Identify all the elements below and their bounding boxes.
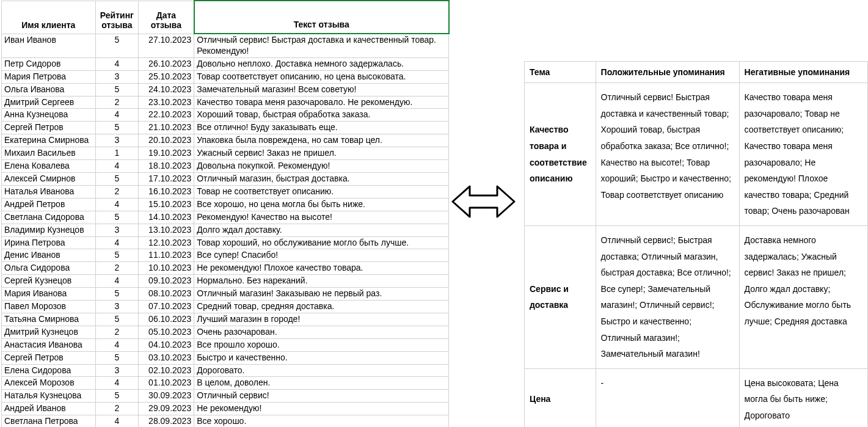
cell-date[interactable]: 12.10.2023 bbox=[139, 236, 194, 249]
table-row[interactable]: Дмитрий Сергеев223.10.2023Качество товар… bbox=[2, 96, 449, 109]
cell-name[interactable]: Ирина Петрова bbox=[2, 236, 96, 249]
cell-name[interactable]: Денис Иванов bbox=[2, 249, 96, 262]
cell-name[interactable]: Елена Ковалева bbox=[2, 160, 96, 173]
table-row[interactable]: Владимир Кузнецов313.10.2023Долго ждал д… bbox=[2, 224, 449, 236]
cell-rate[interactable]: 3 bbox=[95, 70, 139, 83]
cell-name[interactable]: Ольга Иванова bbox=[2, 83, 96, 96]
cell-theme[interactable]: Цена bbox=[524, 368, 596, 427]
cell-rate[interactable]: 5 bbox=[95, 34, 139, 57]
cell-name[interactable]: Дмитрий Кузнецов bbox=[2, 326, 96, 338]
cell-name[interactable]: Владимир Кузнецов bbox=[2, 224, 96, 236]
table-row[interactable]: Сервис и доставкаОтличный сервис!; Быстр… bbox=[524, 225, 867, 368]
cell-text[interactable]: Товар хороший, но обслуживание могло быт… bbox=[194, 236, 449, 249]
cell-text[interactable]: Средний товар, средняя доставка. bbox=[194, 301, 449, 313]
cell-name[interactable]: Мария Иванова bbox=[2, 288, 96, 301]
cell-name[interactable]: Алексей Смирнов bbox=[2, 172, 96, 185]
cell-rate[interactable]: 5 bbox=[95, 390, 139, 403]
cell-date[interactable]: 10.10.2023 bbox=[139, 262, 194, 275]
cell-name[interactable]: Наталья Иванова bbox=[2, 185, 96, 198]
table-row[interactable]: Мария Петрова325.10.2023Товар соответств… bbox=[2, 70, 449, 83]
header-name[interactable]: Имя клиента bbox=[2, 1, 96, 34]
cell-date[interactable]: 14.10.2023 bbox=[139, 211, 194, 224]
table-row[interactable]: Михаил Васильев119.10.2023Ужасный сервис… bbox=[2, 147, 449, 160]
cell-rate[interactable]: 5 bbox=[95, 211, 139, 224]
cell-name[interactable]: Наталья Кузнецова bbox=[2, 390, 96, 403]
cell-rate[interactable]: 5 bbox=[95, 172, 139, 185]
table-row[interactable]: Мария Иванова508.10.2023Отличный магазин… bbox=[2, 288, 449, 301]
cell-date[interactable]: 20.10.2023 bbox=[139, 134, 194, 147]
cell-rate[interactable]: 5 bbox=[95, 122, 139, 134]
cell-name[interactable]: Елена Сидорова bbox=[2, 364, 96, 377]
cell-theme[interactable]: Качество товара и соответствие описанию bbox=[524, 83, 596, 226]
cell-text[interactable]: Все прошло хорошо. bbox=[194, 338, 449, 351]
cell-date[interactable]: 09.10.2023 bbox=[139, 275, 194, 288]
header-pos[interactable]: Положительные упоминания bbox=[596, 62, 739, 83]
cell-date[interactable]: 02.10.2023 bbox=[139, 364, 194, 377]
table-row[interactable]: Ирина Петрова412.10.2023Товар хороший, н… bbox=[2, 236, 449, 249]
table-row[interactable]: Петр Сидоров426.10.2023Довольно неплохо.… bbox=[2, 57, 449, 70]
table-row[interactable]: Андрей Петров415.10.2023Все хорошо, но ц… bbox=[2, 198, 449, 211]
table-row[interactable]: Светлана Петрова428.09.2023Все хорошо. bbox=[2, 415, 449, 427]
cell-name[interactable]: Светлана Сидорова bbox=[2, 211, 96, 224]
cell-rate[interactable]: 5 bbox=[95, 351, 139, 364]
cell-name[interactable]: Андрей Иванов bbox=[2, 403, 96, 415]
cell-text[interactable]: Быстро и качественно. bbox=[194, 351, 449, 364]
cell-text[interactable]: Отличный сервис! Быстрая доставка и каче… bbox=[194, 34, 449, 57]
table-row[interactable]: Наталья Кузнецова530.09.2023Отличный сер… bbox=[2, 390, 449, 403]
cell-name[interactable]: Мария Петрова bbox=[2, 70, 96, 83]
cell-rate[interactable]: 5 bbox=[95, 83, 139, 96]
cell-date[interactable]: 24.10.2023 bbox=[139, 83, 194, 96]
cell-text[interactable]: Отличный магазин, быстрая доставка. bbox=[194, 172, 449, 185]
cell-text[interactable]: Рекомендую! Качество на высоте! bbox=[194, 211, 449, 224]
cell-text[interactable]: Все хорошо. bbox=[194, 415, 449, 427]
cell-text[interactable]: Все хорошо, но цена могла бы быть ниже. bbox=[194, 198, 449, 211]
cell-name[interactable]: Михаил Васильев bbox=[2, 147, 96, 160]
cell-text[interactable]: Долго ждал доставку. bbox=[194, 224, 449, 236]
cell-text[interactable]: Довольно неплохо. Доставка немного задер… bbox=[194, 57, 449, 70]
cell-text[interactable]: Дороговато. bbox=[194, 364, 449, 377]
cell-rate[interactable]: 4 bbox=[95, 57, 139, 70]
table-row[interactable]: Павел Морозов307.10.2023Средний товар, с… bbox=[2, 301, 449, 313]
cell-date[interactable]: 07.10.2023 bbox=[139, 301, 194, 313]
cell-date[interactable]: 05.10.2023 bbox=[139, 326, 194, 338]
cell-date[interactable]: 08.10.2023 bbox=[139, 288, 194, 301]
cell-pos[interactable]: Отличный сервис! Быстрая доставка и каче… bbox=[596, 83, 739, 226]
cell-date[interactable]: 23.10.2023 bbox=[139, 96, 194, 109]
cell-name[interactable]: Светлана Петрова bbox=[2, 415, 96, 427]
cell-name[interactable]: Анастасия Иванова bbox=[2, 338, 96, 351]
cell-name[interactable]: Петр Сидоров bbox=[2, 57, 96, 70]
table-row[interactable]: Сергей Петров521.10.2023Все отлично! Буд… bbox=[2, 122, 449, 134]
cell-name[interactable]: Анна Кузнецова bbox=[2, 109, 96, 122]
table-row[interactable]: Екатерина Смирнова320.10.2023Упаковка бы… bbox=[2, 134, 449, 147]
cell-text[interactable]: Хороший товар, быстрая обработка заказа. bbox=[194, 109, 449, 122]
table-row[interactable]: Светлана Сидорова514.10.2023Рекомендую! … bbox=[2, 211, 449, 224]
cell-rate[interactable]: 4 bbox=[95, 275, 139, 288]
cell-name[interactable]: Иван Иванов bbox=[2, 34, 96, 57]
table-row[interactable]: Анна Кузнецова422.10.2023Хороший товар, … bbox=[2, 109, 449, 122]
table-row[interactable]: Денис Иванов511.10.2023Все супер! Спасиб… bbox=[2, 249, 449, 262]
table-row[interactable]: Андрей Иванов229.09.2023Не рекомендую! bbox=[2, 403, 449, 415]
cell-date[interactable]: 13.10.2023 bbox=[139, 224, 194, 236]
cell-name[interactable]: Сергей Петров bbox=[2, 351, 96, 364]
cell-date[interactable]: 25.10.2023 bbox=[139, 70, 194, 83]
cell-rate[interactable]: 4 bbox=[95, 415, 139, 427]
cell-date[interactable]: 21.10.2023 bbox=[139, 122, 194, 134]
cell-date[interactable]: 27.10.2023 bbox=[139, 34, 194, 57]
cell-pos[interactable]: Отличный сервис!; Быстрая доставка; Отли… bbox=[596, 225, 739, 368]
table-row[interactable]: Ольга Иванова524.10.2023Замечательный ма… bbox=[2, 83, 449, 96]
table-row[interactable]: Елена Сидорова302.10.2023Дороговато. bbox=[2, 364, 449, 377]
cell-text[interactable]: Отличный сервис! bbox=[194, 390, 449, 403]
cell-text[interactable]: Товар не соответствует описанию. bbox=[194, 185, 449, 198]
cell-rate[interactable]: 3 bbox=[95, 301, 139, 313]
cell-pos[interactable]: - bbox=[596, 368, 739, 427]
cell-theme[interactable]: Сервис и доставка bbox=[524, 225, 596, 368]
cell-rate[interactable]: 4 bbox=[95, 338, 139, 351]
table-row[interactable]: Алексей Морозов401.10.2023В целом, довол… bbox=[2, 377, 449, 390]
cell-rate[interactable]: 4 bbox=[95, 160, 139, 173]
cell-rate[interactable]: 5 bbox=[95, 288, 139, 301]
cell-neg[interactable]: Качество товара меня разочаровало; Товар… bbox=[739, 83, 867, 226]
cell-neg[interactable]: Доставка немного задержалась; Ужасный се… bbox=[739, 225, 867, 368]
cell-date[interactable]: 28.09.2023 bbox=[139, 415, 194, 427]
table-row[interactable]: Иван Иванов527.10.2023Отличный сервис! Б… bbox=[2, 34, 449, 57]
table-row[interactable]: Сергей Кузнецов409.10.2023Нормально. Без… bbox=[2, 275, 449, 288]
